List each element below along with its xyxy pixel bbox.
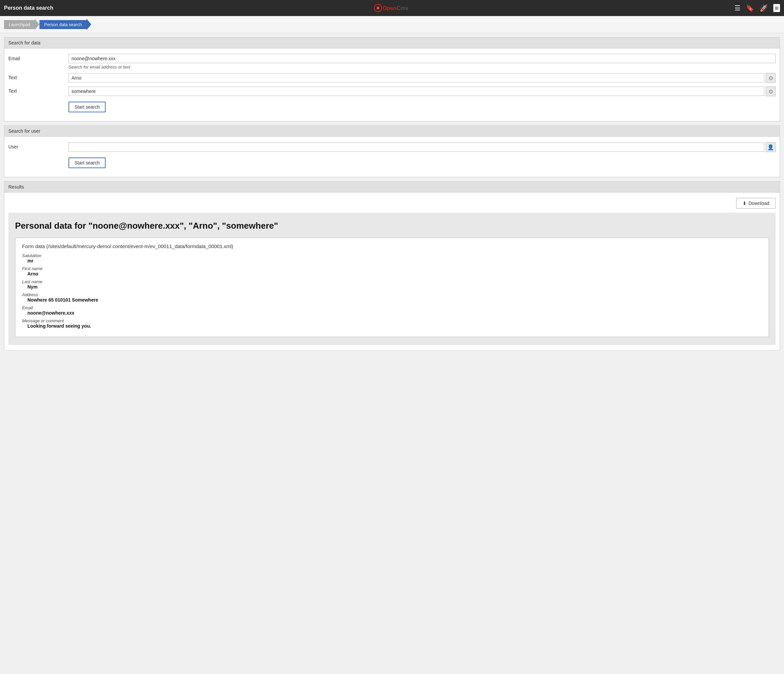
result-field-label: Salutation xyxy=(22,253,762,258)
form-data-title: Form data (/sites/default/mercury-demo/.… xyxy=(22,243,762,249)
search-for-user-panel: Search for user User 👤 Start search xyxy=(4,125,780,177)
result-field-value: Nowhere 65 010101 Somewhere xyxy=(22,297,762,303)
download-label: Download xyxy=(748,201,769,206)
search-user-btn-wrap: Start search xyxy=(68,156,776,168)
result-card: Form data (/sites/default/mercury-demo/.… xyxy=(15,238,769,337)
logo: Open Cms xyxy=(373,3,415,13)
text1-clear-btn[interactable]: ⊙ xyxy=(765,73,776,83)
result-field: Salutation mr xyxy=(22,253,762,263)
result-field-label: First name xyxy=(22,266,762,271)
text2-clear-btn[interactable]: ⊙ xyxy=(765,86,776,96)
results-header: Results xyxy=(4,182,780,193)
email-row: Email Search for email address or text xyxy=(8,54,776,70)
result-field: Email noone@nowhere.xxx xyxy=(22,305,762,316)
result-field-value: Arno xyxy=(22,271,762,277)
search-for-data-header: Search for data xyxy=(4,37,780,48)
menu-icon[interactable]: ☰ xyxy=(734,4,740,12)
rocket-icon[interactable]: 🚀 xyxy=(760,4,768,12)
search-for-data-body: Email Search for email address or text T… xyxy=(4,48,780,121)
text1-label: Text xyxy=(8,73,68,80)
result-field: Last name Nym xyxy=(22,279,762,290)
text2-field-wrap: ⊙ xyxy=(68,86,776,96)
breadcrumb-arrow-blue xyxy=(87,19,91,30)
breadcrumb: Launchpad Person data search xyxy=(0,16,784,33)
header: Person data search Open Cms ☰ 🔖 🚀 ⊞ xyxy=(0,0,784,16)
result-field-label: Last name xyxy=(22,279,762,284)
result-field: First name Arno xyxy=(22,266,762,277)
result-field: Message or comment Looking forward seein… xyxy=(22,318,762,328)
email-input[interactable] xyxy=(68,54,776,63)
result-field-value: Looking forward seeing you. xyxy=(22,323,762,328)
download-icon: ⬇ xyxy=(742,201,747,206)
result-field-label: Address xyxy=(22,292,762,297)
svg-point-2 xyxy=(377,7,378,8)
search-data-btn-spacer xyxy=(8,100,68,102)
result-content: Personal data for "noone@nowhere.xxx", "… xyxy=(8,213,776,345)
opencms-logo: Open Cms xyxy=(373,3,415,13)
result-field-value: mr xyxy=(22,258,762,263)
download-bar: ⬇ Download xyxy=(8,198,776,209)
start-search-user-button[interactable]: Start search xyxy=(68,157,106,168)
user-row: User 👤 xyxy=(8,142,776,152)
email-field-wrap: Search for email address or text xyxy=(68,54,776,70)
text2-input-wrap: ⊙ xyxy=(68,86,776,96)
results-panel: Results ⬇ Download Personal data for "no… xyxy=(4,181,780,351)
search-for-user-header: Search for user xyxy=(4,126,780,137)
text1-input[interactable] xyxy=(68,73,764,82)
svg-text:Cms: Cms xyxy=(397,5,408,11)
svg-text:Open: Open xyxy=(383,5,396,11)
result-field-value: Nym xyxy=(22,284,762,290)
email-hint: Search for email address or text xyxy=(68,65,776,70)
search-for-user-body: User 👤 Start search xyxy=(4,137,780,177)
breadcrumb-launchpad[interactable]: Launchpad xyxy=(4,20,35,29)
text1-row: Text ⊙ xyxy=(8,73,776,83)
result-field-label: Email xyxy=(22,305,762,310)
result-field-label: Message or comment xyxy=(22,318,762,323)
search-data-btn-wrap: Start search xyxy=(68,100,776,112)
result-field: Address Nowhere 65 010101 Somewhere xyxy=(22,292,762,303)
result-title: Personal data for "noone@nowhere.xxx", "… xyxy=(15,221,769,231)
breadcrumb-arrow xyxy=(35,19,39,30)
page-title: Person data search xyxy=(4,5,53,11)
text1-input-wrap: ⊙ xyxy=(68,73,776,83)
user-input[interactable] xyxy=(68,142,764,152)
download-button[interactable]: ⬇ Download xyxy=(736,198,776,209)
text2-input[interactable] xyxy=(68,87,764,96)
main-content: Search for data Email Search for email a… xyxy=(0,33,784,355)
user-input-wrap: 👤 xyxy=(68,142,776,152)
text2-label: Text xyxy=(8,86,68,93)
search-user-btn-row: Start search xyxy=(8,156,776,168)
search-data-btn-row: Start search xyxy=(8,100,776,112)
email-label: Email xyxy=(8,54,68,61)
user-pick-btn[interactable]: 👤 xyxy=(765,142,776,152)
results-body: ⬇ Download Personal data for "noone@nowh… xyxy=(4,193,780,350)
result-fields: Salutation mr First name Arno Last name … xyxy=(22,253,762,328)
search-user-btn-spacer xyxy=(8,156,68,157)
text1-field-wrap: ⊙ xyxy=(68,73,776,83)
qr-icon[interactable]: ⊞ xyxy=(773,4,780,12)
user-label: User xyxy=(8,142,68,149)
start-search-data-button[interactable]: Start search xyxy=(68,102,106,112)
result-field-value: noone@nowhere.xxx xyxy=(22,310,762,316)
search-for-data-panel: Search for data Email Search for email a… xyxy=(4,37,780,121)
bookmark-icon[interactable]: 🔖 xyxy=(746,4,754,12)
header-icons: ☰ 🔖 🚀 ⊞ xyxy=(734,4,780,12)
user-field-wrap: 👤 xyxy=(68,142,776,152)
text2-row: Text ⊙ xyxy=(8,86,776,96)
breadcrumb-person-data-search[interactable]: Person data search xyxy=(39,20,87,29)
